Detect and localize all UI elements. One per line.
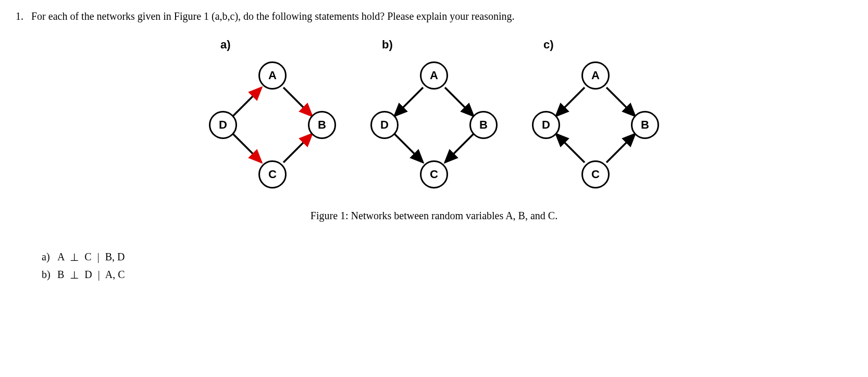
node-b-right: B	[469, 111, 498, 139]
network-a: a) A D B C	[200, 38, 345, 194]
network-b-label: b)	[382, 38, 393, 52]
edge-a-d	[556, 87, 585, 116]
edge-c-b	[283, 134, 312, 162]
subitem-b-lhs: B	[57, 269, 64, 280]
network-a-label: a)	[220, 38, 231, 52]
subitem-b-expr: B ⊥ D | A, C	[57, 266, 125, 283]
figure-caption: Figure 1: Networks between random variab…	[16, 210, 852, 222]
subitem-a-expr: A ⊥ C | B, D	[57, 248, 125, 266]
node-c-left: D	[532, 111, 560, 139]
network-c: c) A D B C	[523, 38, 668, 194]
edge-a-b	[445, 87, 474, 116]
question-number: 1.	[16, 10, 26, 22]
edge-d-c	[394, 134, 423, 162]
subitem-a-rhs: C	[84, 251, 91, 262]
figure-area: a) A D B C b)	[16, 38, 852, 194]
subitem-b: b) B ⊥ D | A, C	[42, 266, 852, 283]
node-b-bottom: C	[420, 160, 448, 188]
edge-d-c	[233, 134, 262, 162]
edge-a-b	[606, 87, 635, 116]
edge-c-b	[606, 134, 635, 162]
node-c-right: B	[631, 111, 659, 139]
subitem-a-lhs: A	[57, 251, 64, 262]
subitem-a: a) A ⊥ C | B, D	[42, 248, 852, 266]
edge-c-d	[556, 134, 585, 162]
question-text: For each of the networks given in Figure…	[31, 10, 515, 22]
bar-icon: |	[97, 251, 100, 262]
subitem-b-label: b)	[42, 266, 57, 283]
question-line: 1. For each of the networks given in Fig…	[16, 10, 852, 22]
node-c-top: A	[581, 61, 610, 90]
subitem-a-given: B, D	[105, 251, 125, 262]
perp-icon: ⊥	[70, 248, 79, 266]
node-a-left: D	[209, 111, 237, 139]
bar-icon: |	[98, 269, 100, 280]
perp-icon: ⊥	[70, 266, 79, 284]
network-b: b) A D B C	[361, 38, 507, 194]
node-a-bottom: C	[258, 160, 287, 188]
network-c-label: c)	[543, 38, 554, 52]
node-c-bottom: C	[581, 160, 610, 188]
subitem-b-rhs: D	[84, 269, 92, 280]
edge-a-d	[394, 87, 423, 116]
sub-items: a) A ⊥ C | B, D b) B ⊥ D | A, C	[42, 248, 852, 283]
subitem-b-given: A, C	[105, 269, 125, 280]
node-b-top: A	[420, 61, 448, 90]
node-a-top: A	[258, 61, 287, 90]
edge-d-a	[233, 87, 262, 116]
edge-b-c	[445, 134, 474, 162]
subitem-a-label: a)	[42, 248, 57, 266]
node-a-right: B	[308, 111, 336, 139]
edge-a-b	[283, 87, 312, 116]
node-b-left: D	[370, 111, 399, 139]
